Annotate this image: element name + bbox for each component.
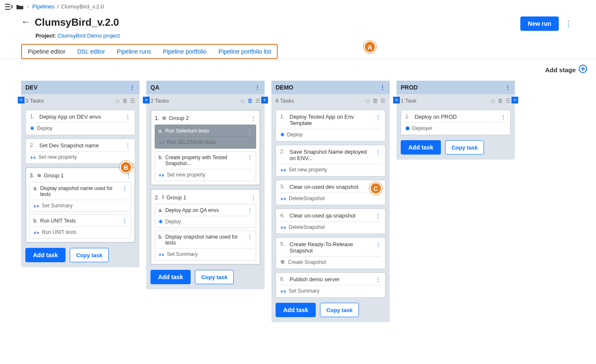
project-link[interactable]: ClumsyBird Demo project <box>57 33 120 39</box>
breadcrumb-pipelines-link[interactable]: Pipelines <box>32 3 55 10</box>
subtask-more-icon[interactable]: ⋮ <box>122 185 127 191</box>
tab-pipeline-portfolio[interactable]: Pipeline portfolio <box>157 45 213 58</box>
subtask-card-selected[interactable]: a.Run Selenium tests⋮ ⬨⬨Run SELENIUM tes… <box>155 125 256 149</box>
stage-prod: + + PROD ⋮ 1 Task ◇ 🗑 ☰ 1.Deploy on PROD… <box>396 81 515 160</box>
list-icon[interactable]: ☰ <box>380 98 385 104</box>
procedure-icon: ⬨⬨ <box>280 224 286 230</box>
stage-tool-icons: ◇ 🗑 ☰ <box>366 98 385 104</box>
copy-task-button[interactable]: Copy task <box>445 140 484 155</box>
new-run-button[interactable]: New run <box>520 16 559 31</box>
stage-add-left-icon[interactable]: + <box>143 97 150 103</box>
trash-icon[interactable]: 🗑 <box>498 98 503 104</box>
breadcrumb: Pipelines / ClumsyBird_v.2.0 <box>32 3 104 10</box>
trash-icon[interactable]: 🗑 <box>247 98 253 104</box>
task-group: 1.≋Group 2⋮ a.Run Selenium tests⋮ ⬨⬨Run … <box>150 110 260 185</box>
group-more-icon[interactable]: ⋮ <box>251 115 256 121</box>
stage-add-left-icon[interactable]: + <box>393 97 400 103</box>
stage-add-right-icon[interactable]: + <box>261 97 268 103</box>
add-task-button[interactable]: Add task <box>150 270 191 284</box>
task-more-icon[interactable]: ⋮ <box>125 142 131 149</box>
diamond-icon[interactable]: ◇ <box>491 98 495 104</box>
task-number: 5. <box>280 241 287 247</box>
subtask-more-icon[interactable]: ⋮ <box>122 218 127 224</box>
task-more-icon[interactable]: ⋮ <box>500 114 506 120</box>
subtask-letter: b. <box>159 234 163 240</box>
task-meta: Set new property <box>289 167 327 173</box>
stage-subheader: 1 Task ◇ 🗑 ☰ <box>396 94 515 107</box>
group-more-icon[interactable]: ⋮ <box>251 194 256 201</box>
subtask-title: Run UNIT Tests <box>40 218 76 224</box>
task-number: 1. <box>155 115 159 121</box>
add-stage-icon[interactable] <box>578 64 588 76</box>
subtask-card[interactable]: b.Display snapshot name used for tests⋮ … <box>155 231 256 261</box>
task-card[interactable]: 1.Deploy App on DEV envs⋮ ✱Deploy <box>25 110 135 135</box>
subtask-more-icon[interactable]: ⋮ <box>247 207 252 213</box>
gear-icon: ✱ <box>30 125 34 131</box>
task-more-icon[interactable]: ⋮ <box>375 241 381 247</box>
subtask-more-icon[interactable]: ⋮ <box>247 155 252 160</box>
diamond-icon[interactable]: ◇ <box>366 98 370 104</box>
stage-more-icon[interactable]: ⋮ <box>254 84 260 91</box>
stage-more-icon[interactable]: ⋮ <box>380 84 385 91</box>
diamond-icon[interactable]: ◇ <box>115 98 120 104</box>
diamond-icon[interactable]: ◇ <box>241 98 245 104</box>
task-card[interactable]: 2.Save Snapshot Name deployed on ENV...⋮… <box>276 145 385 177</box>
tab-pipeline-editor[interactable]: Pipeline editor <box>22 45 71 58</box>
task-more-icon[interactable]: ⋮ <box>375 149 381 155</box>
subtask-card[interactable]: b.Run UNIT Tests⋮ ⬨⬨Run UNIT tests <box>30 215 131 239</box>
add-task-button[interactable]: Add task <box>276 303 316 317</box>
task-card[interactable]: 4.Clear un-used qa snapshot⋮ ⬨⬨DeleteSna… <box>276 209 385 234</box>
task-card[interactable]: 6.Publish demo server⋮ ⬨⬨Set Summary <box>276 272 385 298</box>
task-card[interactable]: 1.Deploy on PROD⋮ ⬢Deployer <box>401 110 511 135</box>
stage-more-icon[interactable]: ⋮ <box>505 84 511 91</box>
procedure-icon: ⬨⬨ <box>30 154 36 160</box>
task-card[interactable]: 5.Create Ready-To-Release Snapshot⋮ 🛠Cre… <box>276 237 385 269</box>
back-arrow-icon[interactable]: ← <box>21 16 30 27</box>
subtask-more-icon[interactable]: ⋮ <box>247 234 252 240</box>
tabs-callout-outline: Pipeline editor DSL editor Pipeline runs… <box>21 44 278 59</box>
header-more-icon[interactable]: ⋮ <box>562 17 575 30</box>
tab-pipeline-portfolio-list[interactable]: Pipeline portfolio list <box>213 45 277 58</box>
task-meta: Set Summary <box>289 288 320 294</box>
procedure-icon: ⬨⬨ <box>159 251 164 257</box>
stage-add-left-icon[interactable]: + <box>18 97 25 103</box>
copy-task-button[interactable]: Copy task <box>70 248 109 262</box>
task-number: 3. <box>280 184 287 190</box>
list-icon[interactable]: ☰ <box>255 98 260 104</box>
subtask-title: Display snapshot name used for tests <box>165 234 245 246</box>
stage-more-icon[interactable]: ⋮ <box>129 84 135 91</box>
task-more-icon[interactable]: ⋮ <box>375 212 381 219</box>
task-count: 6 Tasks <box>276 98 294 104</box>
subtask-more-icon[interactable]: ⋮ <box>247 128 252 134</box>
trash-icon[interactable]: 🗑 <box>122 98 128 104</box>
copy-task-button[interactable]: Copy task <box>320 303 359 317</box>
project-label: Project: <box>36 33 57 39</box>
task-card[interactable]: 3.Clear un-used dev snapshot⋮ ⬨⬨DeleteSn… <box>276 180 385 205</box>
add-task-button[interactable]: Add task <box>401 140 441 155</box>
task-card[interactable]: 2.Set Dev Snapshot name⋮ ⬨⬨Set new prope… <box>25 139 135 164</box>
stage-header: DEMO ⋮ <box>271 81 390 94</box>
page-title: ClumsyBird_v.2.0 <box>35 16 119 28</box>
copy-task-button[interactable]: Copy task <box>195 270 234 284</box>
stage-subheader: 2 Tasks ◇ 🗑 ☰ <box>146 94 265 107</box>
add-task-button[interactable]: Add task <box>25 248 66 262</box>
list-icon[interactable]: ☰ <box>130 98 135 104</box>
stage-actions: Add task Copy task <box>276 303 385 317</box>
subtask-card[interactable]: a.Display snapshot name used for tests⋮ … <box>30 182 131 212</box>
subtask-card[interactable]: b.Create property with Tested Snapshot..… <box>155 151 256 181</box>
task-more-icon[interactable]: ⋮ <box>125 114 131 120</box>
trash-icon[interactable]: 🗑 <box>372 98 378 104</box>
stage-add-right-icon[interactable]: + <box>511 97 518 103</box>
tab-pipeline-runs[interactable]: Pipeline runs <box>111 45 157 58</box>
task-number: 3. <box>30 172 34 179</box>
task-more-icon[interactable]: ⋮ <box>375 276 381 283</box>
deployer-icon: ⬢ <box>405 125 410 131</box>
subtask-card[interactable]: a.Deploy App on QA envs⋮ ✱Deploy <box>155 204 256 228</box>
list-icon[interactable]: ☰ <box>506 98 511 104</box>
task-more-icon[interactable]: ⋮ <box>375 114 381 120</box>
page-header: ← ClumsyBird_v.2.0 New run ⋮ <box>0 13 596 33</box>
tab-dsl-editor[interactable]: DSL editor <box>71 45 111 58</box>
menu-toggle-icon[interactable] <box>5 4 13 10</box>
folder-icon[interactable] <box>16 4 24 10</box>
task-card[interactable]: 1.Deploy Tested App on Env Template⋮ ✱De… <box>276 110 385 141</box>
